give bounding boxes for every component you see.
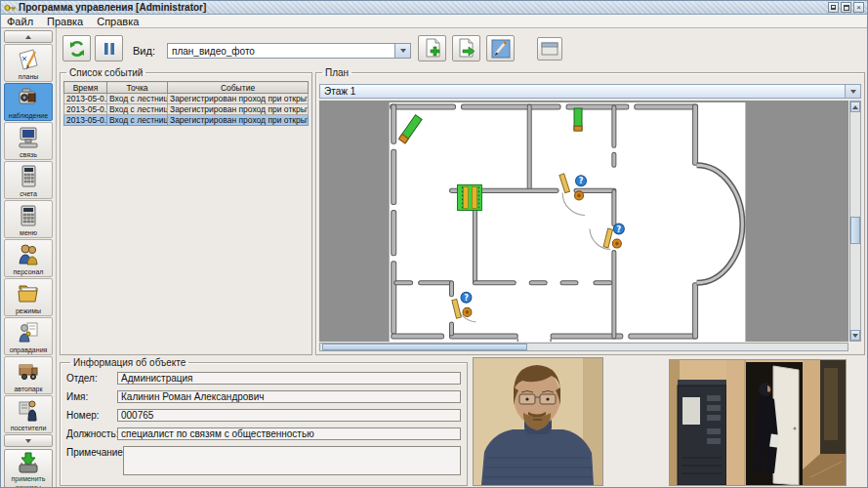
arrow-up-icon — [852, 105, 858, 109]
apply-modes-button[interactable]: применить режимы — [4, 449, 53, 488]
plan-panel-title: План — [322, 67, 351, 78]
edit-pencil-icon — [491, 39, 511, 59]
window-layout-icon — [541, 42, 558, 56]
sidebar-item-label: счета — [20, 190, 37, 197]
sidebar-item-accounts[interactable]: счета — [4, 161, 53, 199]
floor-combo-arrow-button[interactable] — [845, 85, 860, 98]
events-header-row: Время Точка Событие — [64, 82, 309, 94]
person-photo — [473, 357, 603, 486]
sidebar-item-menu[interactable]: меню — [4, 200, 53, 238]
sidebar-item-modes[interactable]: режимы — [4, 278, 53, 316]
truck-icon — [17, 359, 40, 385]
menu-file[interactable]: Файл — [7, 16, 33, 27]
table-row-selected[interactable]: 2013-05-0... Вход с лестницы Зарегистрир… — [64, 115, 309, 126]
scroll-down-button[interactable] — [850, 330, 860, 341]
name-field[interactable]: Калинин Роман Александрович — [117, 390, 461, 403]
reader-device-vertical[interactable] — [574, 108, 582, 131]
cell-time: 2013-05-0... — [64, 115, 107, 126]
floor-plan-svg: ? ? ? — [319, 101, 848, 342]
arrow-down-icon — [25, 439, 31, 443]
person-photo-image — [474, 358, 602, 485]
plans-icon — [17, 47, 40, 72]
cctv-frame — [669, 359, 847, 486]
calculator-icon — [17, 164, 40, 189]
sidebar-item-monitoring[interactable]: наблюдение — [4, 83, 53, 121]
column-header-event[interactable]: Событие — [168, 82, 309, 94]
column-header-point[interactable]: Точка — [107, 82, 168, 94]
floor-plan-canvas[interactable]: ? ? ? — [319, 101, 848, 342]
combo-arrow-button[interactable] — [394, 44, 410, 58]
sidebar-item-communication[interactable]: связь — [4, 122, 53, 160]
cell-event: Зарегистрирован проход при открыто... — [168, 104, 309, 115]
maximize-button[interactable] — [841, 2, 851, 13]
sidebar-item-plans[interactable]: планы — [4, 44, 53, 82]
column-header-time[interactable]: Время — [64, 82, 107, 94]
close-button[interactable]: × — [853, 2, 864, 13]
events-panel: Список событий Время Точка Событие 2013-… — [60, 67, 312, 355]
department-label: Отдел: — [66, 372, 117, 384]
chevron-down-icon — [850, 90, 856, 94]
field-number: Номер: 000765 — [66, 409, 461, 422]
sidebar-scroll-down-button[interactable] — [4, 434, 53, 447]
sidebar-item-label: оправдания — [10, 346, 48, 353]
horizontal-scroll-thumb[interactable] — [322, 344, 527, 350]
document-arrow-icon — [457, 38, 476, 60]
cell-event: Зарегистрирован проход при открыто... — [168, 94, 309, 104]
position-field[interactable]: специалист по связям с общественностью — [117, 427, 461, 440]
layout-button[interactable] — [537, 37, 562, 61]
chevron-down-icon — [400, 49, 406, 53]
arrow-down-icon — [852, 334, 858, 338]
refresh-button[interactable] — [62, 35, 91, 61]
register-icon — [17, 203, 40, 228]
key-icon — [4, 3, 16, 13]
refresh-icon — [67, 39, 87, 59]
sidebar-item-label: режимы — [16, 307, 41, 314]
cctv-image — [670, 360, 846, 485]
svg-text:?: ? — [617, 225, 622, 234]
sidebar-item-personnel[interactable]: персонал — [4, 239, 53, 277]
cell-point: Вход с лестницы — [107, 115, 168, 126]
field-position: Должность: специалист по связям с общест… — [66, 427, 461, 440]
scroll-up-button[interactable] — [850, 102, 860, 112]
table-row[interactable]: 2013-05-0... Вход с лестницы Зарегистрир… — [64, 94, 309, 104]
window-controls: × — [828, 2, 864, 13]
menu-edit[interactable]: Правка — [47, 16, 83, 27]
add-view-button[interactable] — [418, 35, 446, 61]
field-note: Примечание: — [66, 446, 461, 475]
table-row[interactable]: 2013-05-0... Вход с лестницы Зарегистрир… — [64, 104, 309, 115]
minimize-icon — [831, 5, 836, 10]
vertical-scroll-thumb[interactable] — [850, 217, 860, 244]
number-label: Номер: — [66, 409, 117, 421]
view-combobox[interactable]: план_видео_фото — [167, 43, 411, 59]
export-view-button[interactable] — [452, 35, 480, 61]
object-info-title: Информация об объекте — [70, 357, 188, 368]
sidebar-item-visitors[interactable]: посетители — [4, 395, 53, 433]
svg-text:?: ? — [579, 177, 584, 185]
pause-button[interactable] — [95, 35, 123, 61]
floor-area — [390, 102, 746, 342]
field-name: Имя: Калинин Роман Александрович — [66, 390, 461, 403]
sidebar-item-label: посетители — [11, 425, 47, 431]
number-field[interactable]: 000765 — [117, 409, 461, 422]
minimize-button[interactable] — [828, 2, 839, 13]
sidebar-item-label: планы — [19, 73, 39, 80]
sidebar-scroll-up-button[interactable] — [4, 30, 53, 43]
close-icon: × — [856, 4, 861, 12]
app-window: Программа управления [Administrator] × Ф… — [0, 0, 868, 488]
cell-time: 2013-05-0... — [64, 94, 107, 104]
window-title: Программа управления [Administrator] — [19, 2, 206, 13]
floor-combobox[interactable]: Этаж 1 — [319, 84, 861, 99]
events-table: Время Точка Событие 2013-05-0... Вход с … — [63, 81, 309, 126]
plan-vertical-scrollbar[interactable] — [849, 101, 861, 342]
cell-event: Зарегистрирован проход при открыто... — [168, 115, 309, 126]
turnstile[interactable] — [457, 184, 481, 210]
document-add-icon — [423, 38, 442, 60]
edit-view-button[interactable] — [486, 35, 515, 61]
name-label: Имя: — [66, 390, 117, 402]
plan-horizontal-scrollbar[interactable] — [319, 343, 848, 351]
sidebar-item-vehicles[interactable]: автопарк — [4, 356, 53, 394]
sidebar-item-justifications[interactable]: оправдания — [4, 317, 53, 355]
department-field[interactable]: Администрация — [117, 372, 461, 385]
note-field[interactable] — [123, 446, 461, 475]
menu-help[interactable]: Справка — [97, 16, 139, 27]
